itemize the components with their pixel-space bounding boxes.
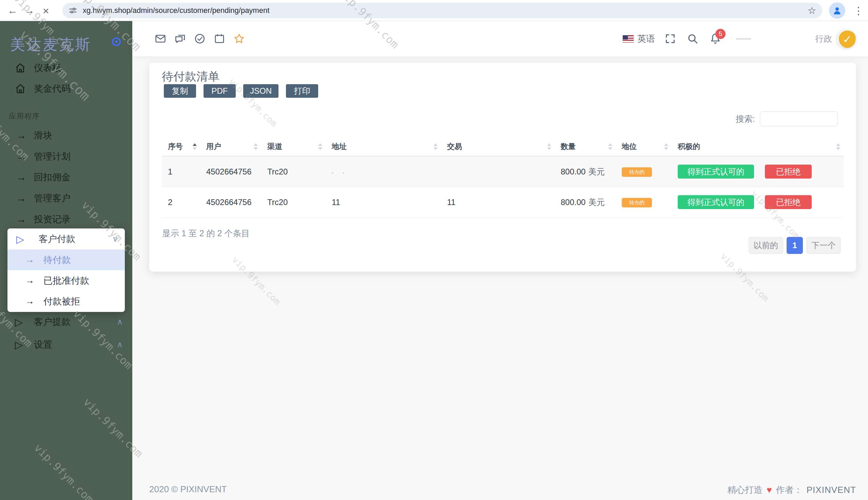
next-page-button[interactable]: 下一个 (806, 237, 841, 254)
language-selector[interactable]: 英语 (637, 33, 655, 45)
cell-no: 1 (162, 167, 200, 177)
column-header-channel[interactable]: 渠道 (261, 141, 326, 152)
submenu-item-label: 待付款 (44, 254, 71, 266)
play-triangle-icon: ▷ (15, 316, 23, 328)
mail-icon[interactable] (155, 33, 166, 44)
sidebar-item-investment-records[interactable]: → 投资记录 (0, 209, 132, 230)
sidebar-pin-toggle-icon[interactable] (112, 37, 121, 46)
sidebar-item-rejected-payment[interactable]: → 付款被拒 (8, 291, 125, 311)
status-badge: 待办的 (622, 198, 652, 207)
cell-address: . . (326, 169, 441, 175)
reject-button[interactable]: 已拒绝 (765, 195, 812, 209)
sidebar-item-label: 奖金代码 (34, 82, 71, 95)
arrow-right-icon: → (16, 130, 26, 141)
sidebar-item-label: 仪表板 (34, 62, 61, 74)
column-header-transaction[interactable]: 交易 (441, 141, 554, 152)
customer-payment-submenu: ▷ 客户付款 ∨ → 待付款 → 已批准付款 → 付款被拒 (8, 228, 125, 312)
person-icon (832, 5, 842, 15)
footer-credits: 精心打造 ♥ 作者： PIXINVENT (727, 484, 856, 496)
column-header-amount[interactable]: 数量 (554, 141, 615, 152)
chevron-up-icon: ∧ (117, 340, 123, 349)
page-title: 待付款清单 (162, 69, 220, 84)
browser-back-icon[interactable]: ← (8, 5, 17, 16)
column-header-address[interactable]: 地址 (326, 141, 441, 152)
search-input[interactable] (760, 111, 838, 126)
table-header-row: 序号 用户 渠道 地址 交易 数量 地位 积极的 (162, 137, 844, 157)
pending-payment-card: 待付款清单 复制 PDF JSON 打印 搜索: 序号 用户 渠道 地址 交易 … (149, 63, 856, 272)
cell-user: 4502664756 (200, 197, 261, 207)
browser-stop-icon[interactable]: × (43, 5, 49, 17)
fullscreen-icon[interactable] (665, 33, 676, 44)
home-icon (15, 83, 26, 94)
table-summary: 显示 1 至 2 的 2 个条目 (162, 228, 250, 239)
footer-author-link[interactable]: PIXINVENT (807, 485, 856, 495)
address-bar[interactable]: xg.hwym.shop/admin/source/customer/pendi… (62, 3, 822, 18)
browser-menu-icon[interactable]: ⋮ (853, 5, 864, 16)
cell-amount: 800.00美元 (554, 166, 615, 177)
us-flag-icon[interactable] (622, 35, 634, 43)
sidebar-item-customer-payment[interactable]: ▷ 客户付款 ∨ (8, 228, 125, 250)
calendar-icon[interactable] (214, 33, 225, 44)
approve-button[interactable]: 得到正式认可的 (678, 164, 754, 179)
cell-status: 待办的 (615, 166, 672, 177)
url-text[interactable]: xg.hwym.shop/admin/source/customer/pendi… (83, 6, 808, 15)
sidebar-item-settings[interactable]: ▷ 设置 ∧ (0, 334, 132, 355)
column-header-status[interactable]: 地位 (615, 141, 672, 152)
pdf-button[interactable]: PDF (203, 84, 236, 98)
notifications-bell-icon[interactable]: 5 (709, 32, 722, 45)
reject-button[interactable]: 已拒绝 (765, 164, 812, 179)
sidebar-item-pending-payment[interactable]: → 待付款 (8, 250, 125, 270)
home-icon (15, 62, 26, 73)
bookmark-star-icon[interactable]: ☆ (808, 5, 816, 16)
sidebar-item-manage-customers[interactable]: → 管理客户 (0, 188, 132, 209)
pending-payments-table: 序号 用户 渠道 地址 交易 数量 地位 积极的 1 4502664756 Tr… (162, 137, 844, 218)
sidebar-item-manage-plan[interactable]: → 管理计划 (0, 146, 132, 167)
cell-no: 2 (162, 197, 200, 207)
play-triangle-icon: ▷ (16, 233, 24, 245)
user-role-label: 行政 (815, 33, 832, 44)
sidebar-item-customer-withdrawal[interactable]: ▷ 客户提款 ∧ (0, 311, 132, 332)
column-header-user[interactable]: 用户 (200, 141, 261, 152)
column-header-no[interactable]: 序号 (162, 141, 200, 152)
previous-page-button[interactable]: 以前的 (749, 237, 783, 254)
status-badge: 待办的 (622, 167, 652, 177)
cell-transaction: 11 (441, 197, 554, 207)
star-icon[interactable] (233, 33, 245, 44)
copy-button[interactable]: 复制 (164, 84, 196, 98)
print-button[interactable]: 打印 (286, 84, 318, 98)
check-circle-icon[interactable] (194, 33, 206, 44)
chat-icon[interactable] (174, 33, 186, 44)
browser-profile-avatar[interactable] (829, 2, 845, 19)
user-avatar[interactable]: ✓ (837, 29, 856, 48)
table-row: 1 4502664756 Trc20 . . 800.00美元 待办的 得到正式… (162, 157, 844, 187)
sidebar-item-bonus-code[interactable]: 奖金代码 (0, 78, 132, 99)
approve-button[interactable]: 得到正式认可的 (678, 195, 754, 209)
chevron-down-icon: ∨ (112, 234, 118, 244)
arrow-right-icon: → (25, 296, 34, 307)
json-button[interactable]: JSON (243, 84, 279, 98)
search-label: 搜索: (736, 113, 755, 125)
sidebar-item-label: 客户提款 (34, 316, 71, 328)
brand-logo[interactable]: 美达麦克斯 (10, 35, 92, 55)
sidebar-item-rebate-commission[interactable]: → 回扣佣金 (0, 167, 132, 188)
current-page-button[interactable]: 1 (787, 237, 803, 254)
sidebar-item-dashboard[interactable]: 仪表板 (0, 57, 132, 78)
search-icon[interactable] (687, 33, 699, 44)
sidebar-item-label: 滑块 (34, 129, 52, 141)
browser-forward-icon[interactable]: → (24, 5, 35, 16)
cell-status: 待办的 (615, 197, 672, 208)
sidebar-item-slider[interactable]: → 滑块 (0, 125, 132, 146)
arrow-right-icon: → (16, 214, 26, 225)
table-row: 2 4502664756 Trc20 11 11 800.00美元 待办的 得到… (162, 187, 844, 218)
pagination: 以前的 1 下一个 (749, 237, 841, 254)
submenu-item-label: 已批准付款 (44, 275, 89, 287)
arrow-right-icon: → (25, 275, 34, 286)
footer-made-with: 精心打造 (727, 484, 763, 496)
submenu-item-label: 付款被拒 (44, 295, 80, 308)
sidebar-item-label: 管理客户 (34, 192, 71, 204)
column-header-active[interactable]: 积极的 (672, 141, 844, 152)
site-settings-icon[interactable] (69, 6, 77, 15)
sidebar-item-approved-payment[interactable]: → 已批准付款 (8, 270, 125, 291)
sidebar-item-label: 回扣佣金 (34, 171, 71, 183)
footer-copyright: 2020 © PIXINVENT (149, 484, 227, 495)
